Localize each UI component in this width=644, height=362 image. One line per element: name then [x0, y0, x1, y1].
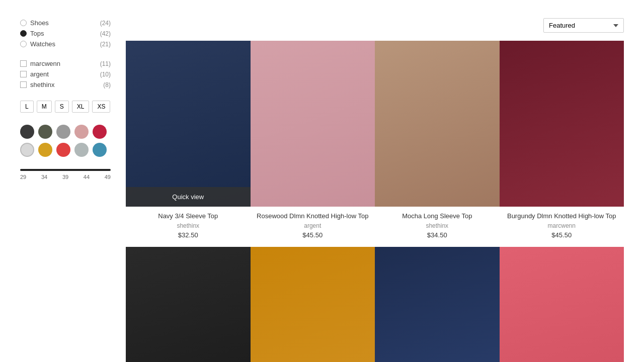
product-vendor-1: argent [255, 222, 371, 229]
product-info-3: Burgundy Dlmn Knotted High-low Top marcw… [500, 207, 624, 247]
filter-item-marcwenn[interactable]: marcwenn (11) [20, 60, 111, 67]
swatch-silver[interactable] [74, 143, 89, 157]
product-image-3: Quick view [500, 41, 624, 207]
product-card-7[interactable]: Quick view Coral Short Sleeve Top marcwe… [500, 247, 624, 362]
swatch-gray[interactable] [56, 125, 70, 139]
product-image-0: Quick view [126, 41, 251, 207]
price-label-39: 39 [62, 174, 68, 180]
product-name-1: Rosewood Dlmn Knotted High-low Top [255, 212, 371, 221]
filter-count-shoes: (24) [100, 20, 111, 27]
product-image-4: Quick view [126, 247, 251, 362]
sidebar: Shoes (24) Tops (42) Watches (21) [20, 10, 111, 362]
filter-item-argent[interactable]: argent (10) [20, 70, 111, 78]
size-XL[interactable]: XL [72, 101, 90, 113]
filter-label-shethinx: shethinx [30, 81, 54, 88]
product-image-5: Quick view [251, 247, 375, 362]
product-image-2: Quick view [375, 41, 500, 207]
filter-label-tops: Tops [30, 30, 44, 37]
price-label-34: 34 [41, 174, 47, 180]
product-price-1: $45.50 [255, 231, 371, 239]
filter-label-shoes: Shoes [30, 19, 49, 27]
price-label-49: 49 [105, 174, 111, 180]
collections-section: Shoes (24) Tops (42) Watches (21) [20, 19, 111, 48]
product-image-1: Quick view [251, 41, 375, 207]
product-name-2: Mocha Long Sleeve Top [379, 212, 496, 221]
sort-select[interactable]: Featured Price: Low to High Price: High … [543, 18, 624, 33]
swatch-army[interactable] [38, 125, 52, 139]
main-header: Featured Price: Low to High Price: High … [126, 18, 624, 33]
filter-item-shethinx[interactable]: shethinx (8) [20, 81, 111, 88]
product-grid: Quick view Navy 3/4 Sleeve Top shethinx … [126, 41, 624, 362]
swatch-white[interactable] [20, 143, 34, 157]
product-card-6[interactable]: Quick view Navy Long Sleeve Top shethinx… [375, 247, 500, 362]
size-buttons: L M S XL XS [20, 101, 111, 113]
product-vendor-3: marcwenn [504, 222, 620, 229]
swatch-gold[interactable] [38, 143, 52, 157]
size-XS[interactable]: XS [92, 101, 110, 113]
filter-count-watches: (21) [100, 41, 111, 48]
filter-item-shoes[interactable]: Shoes (24) [20, 19, 111, 27]
product-name-0: Navy 3/4 Sleeve Top [130, 212, 247, 221]
filter-item-watches[interactable]: Watches (21) [20, 40, 111, 48]
size-S[interactable]: S [55, 101, 69, 113]
size-M[interactable]: M [37, 101, 52, 113]
filter-count-tops: (42) [100, 30, 111, 37]
filter-item-tops[interactable]: Tops (42) [20, 30, 111, 37]
swatch-teal[interactable] [93, 143, 107, 157]
product-card-4[interactable]: Quick view Black V-Neck Top shethinx $32… [126, 247, 251, 362]
main-content: Featured Price: Low to High Price: High … [126, 10, 624, 362]
swatch-rose[interactable] [74, 125, 89, 139]
size-section: L M S XL XS [20, 101, 111, 113]
filter-count-marcwenn: (11) [100, 60, 111, 67]
quick-view-overlay-0[interactable]: Quick view [126, 187, 251, 207]
product-vendor-0: shethinx [130, 222, 247, 229]
sort-wrapper: Featured Price: Low to High Price: High … [538, 18, 624, 33]
product-info-0: Navy 3/4 Sleeve Top shethinx $32.50 [126, 207, 251, 247]
product-card-2[interactable]: Quick view Mocha Long Sleeve Top shethin… [375, 41, 500, 247]
product-price-2: $34.50 [379, 231, 496, 239]
checkbox-argent[interactable] [20, 71, 27, 77]
product-card-5[interactable]: Quick view Mustard Dlmn Knotted Top arge… [251, 247, 375, 362]
price-label-29: 29 [20, 174, 26, 180]
filter-label-marcwenn: marcwenn [30, 60, 60, 67]
product-card-1[interactable]: Quick view Rosewood Dlmn Knotted High-lo… [251, 41, 375, 247]
swatch-charcoal[interactable] [20, 125, 34, 139]
price-slider[interactable] [20, 169, 111, 171]
radio-shoes[interactable] [20, 20, 27, 26]
swatch-coral[interactable] [56, 143, 70, 157]
product-name-3: Burgundy Dlmn Knotted High-low Top [504, 212, 620, 221]
filter-label-watches: Watches [30, 40, 55, 48]
filter-label-argent: argent [30, 70, 49, 78]
size-L[interactable]: L [20, 101, 34, 113]
radio-watches[interactable] [20, 41, 27, 47]
filter-count-shethinx: (8) [103, 81, 111, 88]
checkbox-marcwenn[interactable] [20, 60, 27, 67]
checkbox-shethinx[interactable] [20, 81, 27, 88]
price-label-44: 44 [84, 174, 90, 180]
product-price-3: $45.50 [504, 231, 620, 239]
product-card-0[interactable]: Quick view Navy 3/4 Sleeve Top shethinx … [126, 41, 251, 247]
product-price-0: $32.50 [130, 231, 247, 239]
product-card-3[interactable]: Quick view Burgundy Dlmn Knotted High-lo… [500, 41, 624, 247]
product-image-6: Quick view [375, 247, 500, 362]
color-swatches [20, 125, 111, 157]
color-section [20, 125, 111, 157]
filter-count-argent: (10) [100, 71, 111, 78]
product-info-2: Mocha Long Sleeve Top shethinx $34.50 [375, 207, 500, 247]
swatch-red[interactable] [93, 125, 107, 139]
price-section: 29 34 39 44 49 [20, 169, 111, 180]
price-labels: 29 34 39 44 49 [20, 174, 111, 180]
vendors-section: marcwenn (11) argent (10) shethinx (8) [20, 60, 111, 88]
product-info-1: Rosewood Dlmn Knotted High-low Top argen… [251, 207, 375, 247]
radio-tops[interactable] [20, 30, 27, 37]
product-image-7: Quick view [500, 247, 624, 362]
product-vendor-2: shethinx [379, 222, 496, 229]
